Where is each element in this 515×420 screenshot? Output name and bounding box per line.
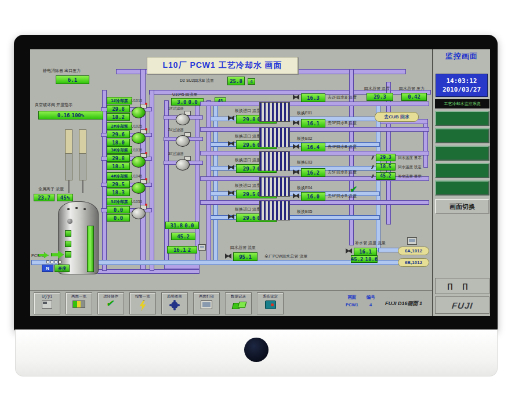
status-title: 编号 [367,295,375,300]
value-readout: 29.8 [107,154,130,162]
return-press-label: 回水总管 压力 [399,86,425,91]
heat-exchanger-icon[interactable] [259,201,290,220]
edit-mark-icon [371,174,374,178]
level-gauge [79,129,86,180]
toolbar-button[interactable]: 系统设定 [257,292,284,314]
heat-exchanger-icon[interactable] [259,151,290,171]
pump-status-dot [145,103,147,105]
value-readout: 18.5 [376,163,396,171]
status-item: 编号 4 [367,295,375,307]
toolbar-button-label: 画面一览 [71,294,86,299]
nav-button[interactable] [435,180,489,195]
tank-rivet [67,208,70,210]
value: 29.8 [243,117,256,122]
sidebar: 监控画面 14:03:12 2010/03/27 工艺冷却水监控系统 画面切换 … [432,49,490,316]
value-readout: 6.1 [56,75,89,84]
value: 29.6 [243,142,256,148]
pump-icon[interactable] [131,129,147,144]
pump-tag: U1025 [131,124,142,129]
toolbar-button[interactable]: 数据记录 [225,292,252,314]
value-readout: 18.0 [107,139,130,146]
page-title: L10厂 PCW1 工艺冷却水 画面 [147,57,298,74]
mini-display-icon[interactable] [198,244,206,251]
monitor-stand-hole [244,338,269,362]
status-item: 画面 PCW1 [346,295,358,307]
hx-outlet-label: 去3F回水B 温度 [328,121,357,125]
gauge-stem [82,180,84,193]
toolbar-button[interactable]: 运转操作 [97,292,124,314]
status-title: 画面 [346,295,358,300]
value-readout: 45.2 [376,172,396,180]
toolbar-button[interactable]: 报警一览 [129,292,156,314]
toolbar-button[interactable]: 画面一览 [66,292,92,314]
toolbar-button[interactable]: 画面打印 [193,292,220,314]
hx-name: 板换E04 [297,186,312,190]
toolbar-button-icon [42,300,52,309]
info-label: 补水流量 显示 [398,174,422,179]
value-readout: 25.8 [227,77,245,85]
screen-switch-button[interactable]: 画面切换 [435,199,489,214]
pump-icon[interactable] [131,153,147,168]
filter-icon[interactable] [175,111,191,126]
toolbar-button-icon [138,300,147,311]
value-readout: 16.1 2 [167,246,197,254]
heat-exchanger-icon[interactable] [259,128,290,147]
hx-name: 板换E01 [297,111,312,115]
mini-display-icon[interactable] [407,237,417,245]
photo-of-monitor: L10厂 PCW1 工艺冷却水 画面 静电消除器 出口压力 6.1 真空破坏阀 … [0,0,515,420]
info-row: 18.5 回水温度 设定 [371,163,432,172]
toolbar-button-icon [105,300,117,310]
value-readout: 16.3 [301,93,325,102]
nav-button[interactable] [435,128,489,143]
tank-button[interactable] [65,241,71,247]
pump-tag: U1035 [131,148,142,153]
value-readout: 16.2 [301,168,325,177]
filter-icon[interactable] [175,156,191,171]
page-up-down-buttons[interactable]: ∏∏ [435,278,489,294]
heat-exchanger-icon[interactable] [259,102,290,122]
nav-button[interactable] [435,163,489,178]
monitor-chin [15,330,498,376]
nav-button[interactable] [435,111,489,126]
heat-exchanger-icon[interactable] [259,177,290,197]
value-readout: 29.5 [107,180,130,188]
tank-button[interactable] [65,230,71,237]
filter-tag: 2#过滤器 [168,128,184,132]
static-eliminator-label: 静电消除器 出口压力 [43,68,81,73]
filter-icon[interactable] [175,132,191,147]
tank-hatch [67,219,72,224]
value: 31.8 [171,223,183,229]
level-gauge [65,129,72,180]
pump-name-plate: 2#冷却泵 [107,122,132,130]
drain-mode-button[interactable]: N [42,265,53,272]
pump-icon[interactable] [131,104,147,119]
line-tag-6a: 6A,1012 [398,247,429,255]
value: 0.0 [184,223,194,229]
pump-body [132,107,146,118]
pump-icon[interactable] [131,205,147,220]
pump-body [176,159,190,171]
toolbar-buttons: U(7)/1 画面一览 运转操作 报警一览 趋势图形 画面打印 [34,292,284,314]
value-readout: 0.16 100% [38,111,103,120]
indicator-square [55,260,57,263]
value-readout: 0.0 [107,206,130,213]
hx-outlet-label: 去2F回水B 温度 [328,95,357,100]
valve-icon [293,95,299,100]
pipe-segment [200,102,429,106]
pump-body [176,114,190,125]
tank-label: 金属离子 浓度 [38,187,64,191]
drain-open-button[interactable]: 开度 [55,265,70,272]
nav-button[interactable] [435,146,489,161]
makeup-label: 补水管 温度 流量 [355,241,386,245]
value: 29.7 [243,166,256,172]
value-readout: 29.3 [376,154,396,161]
vendor-logo-cell: FUJI [435,296,489,314]
toolbar-button[interactable]: 趋势图形 [161,292,188,314]
pump-status-dot [145,204,147,206]
filter-row: 2#过滤器 [167,128,200,151]
value: 0.0 [188,99,198,105]
valve-icon [225,254,231,259]
toolbar-button[interactable]: U(7)/1 [34,292,60,314]
pump-icon[interactable] [131,179,147,194]
tank-button[interactable] [65,251,71,258]
